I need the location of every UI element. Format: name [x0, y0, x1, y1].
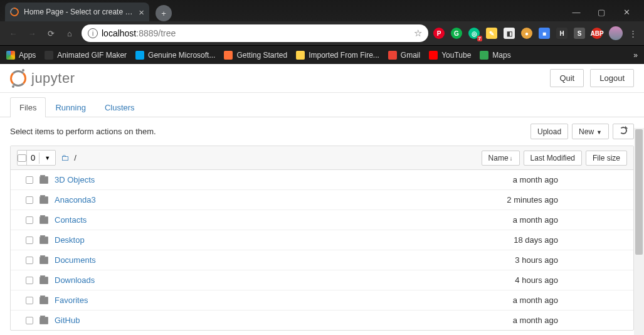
jupyter-tabs: Files Running Clusters [0, 97, 644, 117]
file-toolbar: Select items to perform actions on them.… [0, 117, 644, 146]
vertical-scrollbar[interactable] [634, 128, 644, 335]
bookmark-item[interactable]: Gmail [388, 51, 420, 60]
close-tab-icon[interactable]: × [139, 8, 144, 17]
sort-size-button[interactable]: File size [586, 151, 627, 166]
ext-icon-1[interactable]: ◧ [504, 28, 515, 39]
forward-button[interactable]: → [25, 26, 39, 40]
file-list-header: 0 ▼ 🗀 / Name↓ Last Modified File size [11, 146, 633, 170]
scrollbar-thumb[interactable] [635, 129, 643, 255]
bookmark-icon [296, 51, 305, 60]
bookmark-item[interactable]: Getting Started [224, 51, 287, 60]
bookmark-label: Genuine Microsoft... [148, 51, 215, 60]
bookmark-label: Imported From Fire... [309, 51, 379, 60]
row-modified: 3 hours ago [483, 255, 577, 265]
jupyter-page: jupyter Quit Logout Files Running Cluste… [0, 64, 644, 335]
bookmark-label: Apps [19, 51, 36, 60]
select-all-group[interactable]: 0 ▼ [17, 150, 56, 166]
bookmarks-overflow-icon[interactable]: » [633, 51, 638, 60]
pinterest-ext-icon[interactable]: P [433, 28, 445, 39]
select-all-checkbox[interactable] [18, 154, 26, 162]
bookmark-item[interactable]: Imported From Fire... [296, 51, 379, 60]
row-checkbox[interactable] [26, 277, 33, 284]
row-name-link[interactable]: Downloads [55, 275, 95, 285]
tab-files[interactable]: Files [10, 97, 46, 117]
new-dropdown-button[interactable]: New▼ [572, 124, 609, 139]
browser-toolbar: ← → ⟳ ⌂ i localhost:8889/tree ☆ P G ◎7 ✎… [0, 21, 644, 45]
sort-modified-button[interactable]: Last Modified [524, 151, 582, 166]
new-tab-button[interactable]: + [156, 5, 172, 21]
refresh-button[interactable] [613, 124, 634, 139]
adblock-ext-icon[interactable]: ABP [591, 28, 603, 39]
row-checkbox[interactable] [26, 176, 33, 184]
upload-button[interactable]: Upload [531, 124, 568, 139]
bookmark-item[interactable]: YouTube [429, 51, 471, 60]
bookmark-item[interactable]: Genuine Microsoft... [135, 51, 215, 60]
ext-icon-2[interactable]: ■ [539, 28, 550, 39]
select-dropdown-icon[interactable]: ▼ [39, 152, 55, 164]
row-name-link[interactable]: Contacts [55, 215, 87, 225]
row-name-link[interactable]: 3D Objects [55, 175, 95, 184]
bookmark-icon [224, 51, 233, 60]
jupyter-logo[interactable]: jupyter [10, 70, 75, 87]
window-maximize-button[interactable]: ▢ [589, 3, 614, 21]
breadcrumb-root[interactable]: / [74, 153, 77, 162]
tab-running[interactable]: Running [46, 97, 95, 117]
browser-menu-button[interactable]: ⋮ [629, 29, 638, 38]
row-checkbox[interactable] [26, 297, 33, 304]
row-name-link[interactable]: Anaconda3 [55, 195, 96, 205]
plus-icon: + [161, 9, 166, 18]
window-minimize-button[interactable]: — [564, 3, 589, 21]
file-list: 0 ▼ 🗀 / Name↓ Last Modified File size 3D… [10, 146, 634, 331]
ext-icon-s[interactable]: S [574, 28, 585, 39]
row-name-link[interactable]: Desktop [55, 235, 85, 245]
profile-avatar[interactable] [609, 26, 623, 40]
browser-tab[interactable]: Home Page - Select or create a n × [5, 3, 149, 21]
breadcrumb-folder-icon[interactable]: 🗀 [61, 153, 69, 162]
url-text: localhost:8889/tree [102, 28, 410, 38]
back-button[interactable]: ← [6, 26, 20, 40]
folder-icon [40, 297, 48, 304]
row-name-link[interactable]: Favorites [55, 295, 88, 305]
pencil-ext-icon[interactable]: ✎ [486, 28, 497, 39]
address-bar[interactable]: i localhost:8889/tree ☆ [82, 24, 428, 42]
file-row: Favoritesa month ago [11, 290, 633, 311]
ext-icon-badge[interactable]: ◎7 [468, 28, 480, 39]
bookmark-label: Gmail [401, 51, 420, 60]
quit-button[interactable]: Quit [550, 69, 584, 87]
browser-tab-bar: Home Page - Select or create a n × + — ▢… [0, 0, 644, 21]
row-checkbox[interactable] [26, 216, 33, 224]
file-row: Desktop18 days ago [11, 230, 633, 250]
logout-button[interactable]: Logout [590, 69, 634, 87]
row-checkbox[interactable] [26, 237, 33, 244]
bookmark-icon [6, 51, 15, 60]
bookmark-icon [45, 51, 53, 60]
bookmark-star-icon[interactable]: ☆ [414, 28, 422, 39]
tab-title: Home Page - Select or create a n [24, 8, 134, 16]
folder-icon [40, 176, 48, 184]
file-row: Downloads4 hours ago [11, 270, 633, 290]
bookmark-item[interactable]: Apps [6, 51, 36, 60]
grammarly-ext-icon[interactable]: G [451, 28, 462, 39]
sort-name-button[interactable]: Name↓ [482, 151, 520, 166]
bookmark-item[interactable]: Maps [480, 51, 510, 60]
row-checkbox[interactable] [26, 196, 33, 204]
bookmark-label: Animated GIF Maker [57, 51, 127, 60]
row-checkbox[interactable] [26, 317, 33, 324]
row-checkbox[interactable] [26, 257, 33, 264]
file-row: Contactsa month ago [11, 210, 633, 230]
ext-icon-3[interactable]: H [556, 28, 567, 39]
bookmark-label: Maps [492, 51, 510, 60]
home-button[interactable]: ⌂ [63, 26, 77, 40]
folder-icon [40, 237, 48, 244]
reload-button[interactable]: ⟳ [44, 26, 58, 40]
jupyter-logo-text: jupyter [31, 70, 75, 87]
window-close-button[interactable]: ✕ [614, 3, 639, 21]
bookmark-icon [135, 51, 144, 60]
row-name-link[interactable]: GitHub [55, 316, 80, 325]
tab-clusters[interactable]: Clusters [95, 97, 144, 117]
folder-icon [40, 216, 48, 224]
row-name-link[interactable]: Documents [55, 255, 96, 265]
bookmark-item[interactable]: Animated GIF Maker [45, 51, 127, 60]
site-info-icon[interactable]: i [88, 28, 98, 38]
cookie-ext-icon[interactable]: ● [521, 28, 532, 39]
